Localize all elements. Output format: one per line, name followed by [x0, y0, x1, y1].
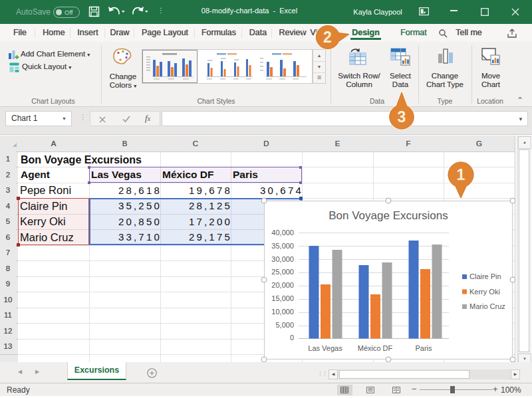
svg-text:1: 1 [457, 166, 466, 183]
svg-text:5,000: 5,000 [275, 321, 294, 329]
svg-text:Las Vegas: Las Vegas [308, 344, 342, 352]
svg-text:15,000: 15,000 [271, 294, 294, 302]
svg-text:Bon Voyage Excursions: Bon Voyage Excursions [329, 209, 448, 222]
svg-text:30,000: 30,000 [271, 255, 294, 263]
svg-text:25,000: 25,000 [271, 268, 294, 276]
svg-text:Kerry Oki: Kerry Oki [469, 288, 500, 296]
svg-text:2: 2 [323, 29, 332, 46]
svg-text:3: 3 [398, 108, 406, 126]
svg-text:40,000: 40,000 [271, 229, 294, 237]
svg-text:Paris: Paris [415, 344, 432, 352]
svg-text:35,000: 35,000 [271, 242, 294, 250]
svg-text:10,000: 10,000 [271, 308, 294, 316]
svg-text:Mario Cruz: Mario Cruz [469, 302, 505, 310]
svg-text:Claire Pin: Claire Pin [469, 272, 501, 280]
svg-text:0: 0 [290, 334, 294, 342]
svg-text:México DF: México DF [358, 344, 393, 352]
svg-text:20,000: 20,000 [271, 281, 294, 289]
